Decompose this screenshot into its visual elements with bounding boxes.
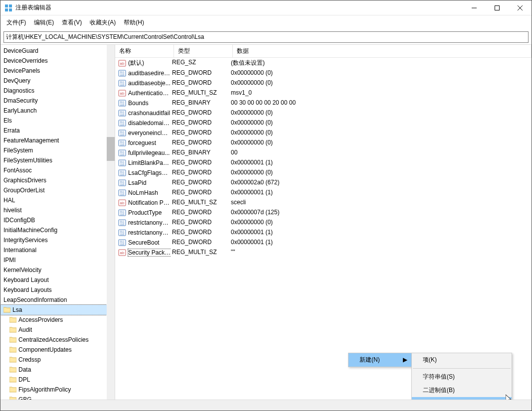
tree-item[interactable]: Diagnostics [0,86,115,96]
value-row[interactable]: abSecurity Packa...REG_MULTI_SZ"" [115,248,532,258]
svg-rect-2 [5,8,8,11]
svg-rect-5 [495,5,500,10]
tree-item[interactable]: Data [0,365,115,375]
value-row[interactable]: 011110crashonauditfailREG_DWORD0x0000000… [115,108,532,118]
svg-text:110: 110 [120,103,125,106]
content: DeviceGuardDeviceOverridesDevicePanelsDe… [0,44,532,400]
tree-item[interactable]: EarlyLaunch [0,106,115,116]
menu-favorites[interactable]: 收藏夹(A) [86,16,120,29]
value-row[interactable]: 011110auditbasedirec...REG_DWORD0x000000… [115,68,532,78]
menu-view[interactable]: 查看(V) [58,16,86,29]
context-submenu-new[interactable]: 项(K)字符串值(S)二进制值(B)DWORD (32 位)值(D)QWORD … [411,353,512,400]
value-row[interactable]: 011110LsaPidREG_DWORD0x000002a0 (672) [115,178,532,188]
tree-item[interactable]: DPL [0,375,115,385]
svg-rect-3 [9,8,12,11]
tree-item[interactable]: DmaSecurity [0,96,115,106]
value-row[interactable]: 011110fullprivilegeau...REG_BINARY00 [115,148,532,158]
svg-text:ab: ab [120,91,125,96]
menu-edit[interactable]: 编辑(E) [30,16,58,29]
list-body[interactable]: ab(默认)REG_SZ(数值未设置)011110auditbasedirec.… [115,58,532,258]
tree-item[interactable]: Keyboard Layout [0,275,115,285]
tree-item[interactable]: FeatureManagement [0,136,115,145]
tree[interactable]: DeviceGuardDeviceOverridesDevicePanelsDe… [0,45,115,400]
tree-item[interactable]: ComponentUpdates [0,345,115,355]
value-row[interactable]: 011110BoundsREG_BINARY00 30 00 00 00 20 … [115,98,532,108]
ctx-new-label: 新建(N) [359,356,380,363]
menu-help[interactable]: 帮助(H) [120,16,148,29]
addressbar[interactable]: 计算机\HKEY_LOCAL_MACHINE\SYSTEM\CurrentCon… [3,31,529,43]
ctx-new[interactable]: 新建(N) ▶ [349,353,411,367]
value-row[interactable]: 011110restrictanonym...REG_DWORD0x000000… [115,218,532,228]
ctx-item[interactable]: DWORD (32 位)值(D) [412,397,512,400]
tree-item[interactable]: FileSystemUtilities [0,155,115,165]
list-header[interactable]: 名称 类型 数据 [115,45,532,58]
value-row[interactable]: 011110LimitBlankPass...REG_DWORD0x000000… [115,158,532,168]
tree-item[interactable]: AccessProviders [0,315,115,325]
svg-text:110: 110 [120,193,125,196]
svg-text:110: 110 [120,223,125,226]
tree-item[interactable]: FontAssoc [0,165,115,175]
tree-item[interactable]: InitialMachineConfig [0,225,115,235]
value-row[interactable]: 011110everyoneinclud...REG_DWORD0x000000… [115,128,532,138]
tree-item[interactable]: Lsa [0,305,115,315]
tree-item[interactable]: IntegrityServices [0,235,115,245]
value-row[interactable]: 011110SecureBootREG_DWORD0x00000001 (1) [115,238,532,248]
svg-text:110: 110 [120,243,125,246]
value-row[interactable]: 011110disabledomain...REG_DWORD0x0000000… [115,118,532,128]
col-header-type[interactable]: 类型 [174,45,233,57]
tree-item[interactable]: LeapSecondInformation [0,295,115,305]
tree-panel: DeviceGuardDeviceOverridesDevicePanelsDe… [0,45,115,400]
tree-item[interactable]: Credssp [0,355,115,365]
col-header-data[interactable]: 数据 [233,45,532,57]
col-header-name[interactable]: 名称 [115,45,174,57]
tree-item[interactable]: DevicePanels [0,66,115,76]
tree-item[interactable]: IPMI [0,255,115,265]
svg-text:110: 110 [120,123,125,126]
context-menu-parent[interactable]: 新建(N) ▶ [348,353,412,367]
tree-scrollbar-thumb[interactable] [107,137,115,161]
tree-item[interactable]: FileSystem [0,145,115,155]
ctx-item[interactable]: 字符串值(S) [412,370,512,384]
svg-text:ab: ab [120,251,125,255]
value-row[interactable]: abNotification Pa...REG_MULTI_SZscecli [115,198,532,208]
svg-text:110: 110 [120,113,125,116]
titlebar[interactable]: 注册表编辑器 [0,0,532,15]
minimize-button[interactable] [463,0,486,15]
tree-item[interactable]: GraphicsDrivers [0,175,115,185]
tree-item[interactable]: hivelist [0,205,115,215]
value-row[interactable]: 011110auditbaseobje...REG_DWORD0x0000000… [115,78,532,88]
tree-item[interactable]: Audit [0,325,115,335]
close-button[interactable] [509,0,532,15]
submenu-arrow-icon: ▶ [403,356,407,363]
tree-item[interactable]: International [0,245,115,255]
value-row[interactable]: 011110ProductTypeREG_DWORD0x0000007d (12… [115,208,532,218]
tree-item[interactable]: Errata [0,126,115,136]
value-row[interactable]: 011110restrictanonym...REG_DWORD0x000000… [115,228,532,238]
maximize-button[interactable] [486,0,509,15]
value-row[interactable]: abAuthentication ...REG_MULTI_SZmsv1_0 [115,88,532,98]
tree-item[interactable]: HAL [0,195,115,205]
ctx-item[interactable]: 项(K) [412,353,512,367]
tree-item[interactable]: DevQuery [0,76,115,86]
tree-item[interactable]: Keyboard Layouts [0,285,115,295]
menu-file[interactable]: 文件(F) [2,16,30,29]
tree-item[interactable]: FipsAlgorithmPolicy [0,385,115,395]
tree-scrollbar-track[interactable] [107,45,115,400]
tree-item[interactable]: KernelVelocity [0,265,115,275]
svg-rect-0 [5,4,8,7]
tree-item[interactable]: GroupOrderList [0,185,115,195]
value-row[interactable]: 011110NoLmHashREG_DWORD0x00000001 (1) [115,188,532,198]
tree-item[interactable]: DeviceOverrides [0,56,115,66]
value-row[interactable]: 011110forceguestREG_DWORD0x00000000 (0) [115,138,532,148]
tree-item[interactable]: DeviceGuard [0,46,115,56]
svg-text:110: 110 [120,173,125,176]
tree-item[interactable]: CentralizedAccessPolicies [0,335,115,345]
tree-item[interactable]: GBG [0,395,115,400]
ctx-item[interactable]: 二进制值(B) [412,384,512,397]
tree-item[interactable]: IDConfigDB [0,215,115,225]
menu-separator [413,368,511,369]
statusbar [0,400,532,411]
value-row[interactable]: 011110LsaCfgFlagsDe...REG_DWORD0x0000000… [115,168,532,178]
tree-item[interactable]: Els [0,116,115,126]
value-row[interactable]: ab(默认)REG_SZ(数值未设置) [115,58,532,68]
